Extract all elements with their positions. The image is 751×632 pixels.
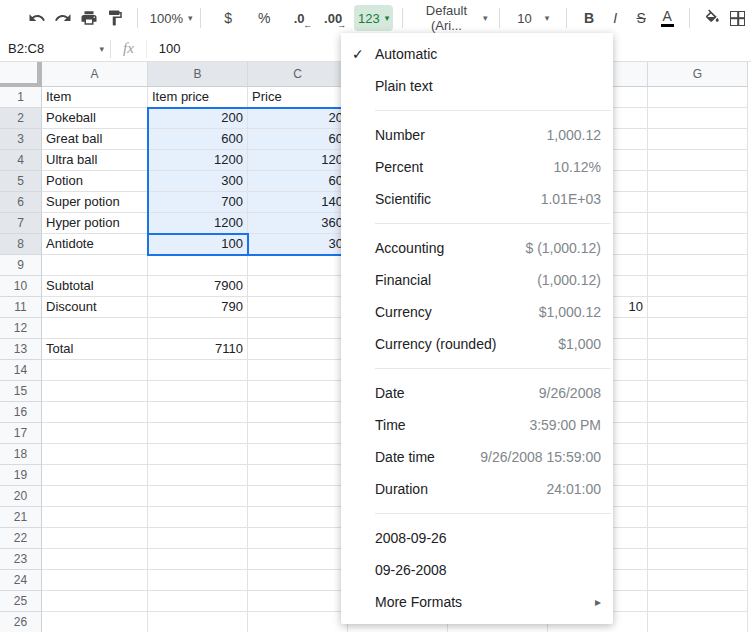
cell-B14[interactable] [148,360,248,381]
cell-C4[interactable]: 120 [248,150,348,171]
cell-C11[interactable] [248,297,348,318]
cell-B6[interactable]: 700 [148,192,248,213]
cell-C6[interactable]: 140 [248,192,348,213]
cell-C10[interactable] [248,276,348,297]
row-header-5[interactable]: 5 [0,171,42,192]
cell-C3[interactable]: 60 [248,129,348,150]
cell-C25[interactable] [248,591,348,612]
cell-A9[interactable] [42,255,148,276]
cell-G12[interactable] [648,318,748,339]
text-color-button[interactable]: A [654,5,680,31]
cell-G19[interactable] [648,465,748,486]
row-header-26[interactable]: 26 [0,612,42,632]
cell-B23[interactable] [148,549,248,570]
cell-B19[interactable] [148,465,248,486]
number-format-button[interactable]: 123 ▾ [354,5,393,31]
row-header-6[interactable]: 6 [0,192,42,213]
cell-B18[interactable] [148,444,248,465]
menu-item-currency[interactable]: Currency$1,000.12 [341,296,613,328]
menu-item-number[interactable]: Number1,000.12 [341,119,613,151]
menu-item-plain-text[interactable]: Plain text [341,70,613,102]
cell-A11[interactable]: Discount [42,297,148,318]
cell-A17[interactable] [42,423,148,444]
column-header-G[interactable]: G [648,62,748,87]
cell-C8[interactable]: 30 [248,234,348,255]
cell-G15[interactable] [648,381,748,402]
cell-G5[interactable] [648,171,748,192]
cell-A4[interactable]: Ultra ball [42,150,148,171]
cell-B11[interactable]: 790 [148,297,248,318]
row-header-8[interactable]: 8 [0,234,42,255]
cell-C1[interactable]: Price [248,87,348,108]
cell-B20[interactable] [148,486,248,507]
cell-G6[interactable] [648,192,748,213]
format-currency-button[interactable]: $ [215,5,241,31]
column-header-C[interactable]: C [248,62,348,87]
cell-C24[interactable] [248,570,348,591]
row-header-13[interactable]: 13 [0,339,42,360]
menu-item-2008-09-26[interactable]: 2008-09-26 [341,522,613,554]
menu-item-date-time[interactable]: Date time9/26/2008 15:59:00 [341,441,613,473]
cell-G7[interactable] [648,213,748,234]
cell-C14[interactable] [248,360,348,381]
cell-B1[interactable]: Item price [148,87,248,108]
cell-B13[interactable]: 7110 [148,339,248,360]
cell-C22[interactable] [248,528,348,549]
cell-C7[interactable]: 360 [248,213,348,234]
cell-C18[interactable] [248,444,348,465]
cell-B26[interactable] [148,612,248,632]
name-box[interactable]: B2:C8 ▾ [0,41,110,56]
redo-button[interactable] [50,5,76,31]
font-size-select[interactable]: 10 ▾ [509,5,557,31]
menu-item-accounting[interactable]: Accounting$ (1,000.12) [341,232,613,264]
cell-G11[interactable] [648,297,748,318]
cell-G26[interactable] [648,612,748,632]
cell-G23[interactable] [648,549,748,570]
row-header-20[interactable]: 20 [0,486,42,507]
menu-item-scientific[interactable]: Scientific1.01E+03 [341,183,613,215]
cell-A3[interactable]: Great ball [42,129,148,150]
cell-C17[interactable] [248,423,348,444]
row-header-18[interactable]: 18 [0,444,42,465]
column-header-A[interactable]: A [42,62,148,87]
cell-B17[interactable] [148,423,248,444]
row-header-2[interactable]: 2 [0,108,42,129]
menu-item-percent[interactable]: Percent10.12% [341,151,613,183]
cell-G21[interactable] [648,507,748,528]
cell-G4[interactable] [648,150,748,171]
cell-C9[interactable] [248,255,348,276]
cell-B21[interactable] [148,507,248,528]
row-header-1[interactable]: 1 [0,87,42,108]
cell-G13[interactable] [648,339,748,360]
row-header-21[interactable]: 21 [0,507,42,528]
menu-item-time[interactable]: Time3:59:00 PM [341,409,613,441]
cell-C12[interactable] [248,318,348,339]
row-header-25[interactable]: 25 [0,591,42,612]
cell-A20[interactable] [42,486,148,507]
cell-B22[interactable] [148,528,248,549]
cell-A5[interactable]: Potion [42,171,148,192]
cell-G22[interactable] [648,528,748,549]
cell-B8[interactable]: 100 [148,234,248,255]
cell-B16[interactable] [148,402,248,423]
menu-item-currency-rounded[interactable]: Currency (rounded)$1,000 [341,328,613,360]
cell-G10[interactable] [648,276,748,297]
cell-C26[interactable] [248,612,348,632]
row-header-24[interactable]: 24 [0,570,42,591]
row-header-19[interactable]: 19 [0,465,42,486]
cell-A25[interactable] [42,591,148,612]
row-header-12[interactable]: 12 [0,318,42,339]
cell-A10[interactable]: Subtotal [42,276,148,297]
cell-C15[interactable] [248,381,348,402]
zoom-select[interactable]: 100% ▾ [151,5,191,31]
cell-G18[interactable] [648,444,748,465]
row-header-3[interactable]: 3 [0,129,42,150]
row-header-16[interactable]: 16 [0,402,42,423]
cell-A15[interactable] [42,381,148,402]
font-select[interactable]: Default (Ari... ▾ [412,5,490,31]
cell-C5[interactable]: 60 [248,171,348,192]
cell-B3[interactable]: 600 [148,129,248,150]
cell-G16[interactable] [648,402,748,423]
fill-color-button[interactable] [699,5,725,31]
select-all-corner[interactable] [0,62,42,87]
